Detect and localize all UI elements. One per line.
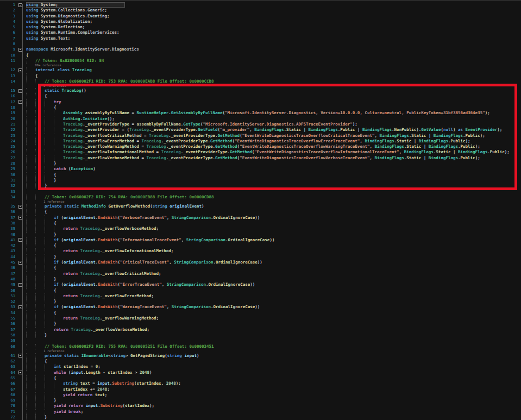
code-line[interactable]: 48} (0, 277, 521, 282)
code-text[interactable]: using System.Runtime.CompilerServices; (26, 30, 521, 35)
code-line[interactable]: 33 (0, 189, 521, 195)
code-text[interactable]: yield return input.Substring(startIndex)… (26, 403, 521, 409)
code-line[interactable]: 19Assembly assemblyByFullName = RuntimeH… (0, 110, 521, 116)
code-text[interactable]: { (26, 375, 521, 381)
line-number[interactable]: 33 (0, 189, 15, 195)
code-text[interactable]: return TraceLog._overflowVerboseMethod; (26, 226, 521, 231)
code-line[interactable]: 65{ (0, 375, 521, 381)
code-text[interactable]: } (26, 333, 521, 338)
code-line[interactable]: 13{ (0, 73, 521, 79)
code-text[interactable]: if (originalEvent.EndsWith("WarningTrace… (26, 304, 521, 310)
line-number[interactable]: 55 (0, 316, 15, 321)
code-text[interactable]: string text = input.Substring(startIndex… (26, 381, 521, 386)
line-number[interactable]: 9 (0, 47, 15, 52)
code-text[interactable]: if (originalEvent.EndsWith("ErrorTraceEv… (26, 282, 521, 287)
code-text[interactable]: if (originalEvent.EndsWith("VerboseTrace… (26, 215, 521, 221)
line-number[interactable]: 38 (0, 221, 15, 226)
line-number[interactable]: 59 (0, 338, 15, 343)
line-number[interactable]: 14 (0, 79, 15, 84)
code-text[interactable]: static TraceLog() (26, 88, 521, 93)
code-text[interactable]: private static MethodInfo GetOverflowMet… (26, 204, 521, 209)
code-text[interactable]: int startIndex = 0; (26, 364, 521, 369)
code-text[interactable]: return TraceLog._overflowInformationalMe… (26, 248, 521, 254)
code-text[interactable]: if (originalEvent.EndsWith("CriticalTrac… (26, 260, 521, 265)
line-number[interactable]: 32 (0, 183, 15, 189)
code-text[interactable]: { (26, 53, 521, 58)
code-line[interactable]: 28} (0, 161, 521, 166)
line-number[interactable]: 49 (0, 282, 15, 287)
line-number[interactable]: 72 (0, 415, 15, 420)
line-number[interactable]: 71 (0, 409, 15, 415)
code-line[interactable]: 12internal class TraceLog (0, 67, 521, 73)
code-text[interactable]: { (26, 310, 521, 316)
code-text[interactable]: TraceLog._overflowVerboseMethod = TraceL… (26, 155, 521, 161)
code-line[interactable]: 62{ (0, 359, 521, 364)
line-number[interactable]: 65 (0, 375, 15, 381)
code-text[interactable]: } (26, 232, 521, 237)
code-text[interactable]: using System; (26, 2, 125, 8)
code-line[interactable]: 60// Token: 0x060002F3 RID: 755 RVA: 0x0… (0, 344, 521, 349)
code-text[interactable]: } (26, 183, 521, 189)
code-text[interactable]: try (26, 99, 521, 105)
fold-marker-icon[interactable] (18, 238, 22, 242)
codelens-references[interactable]: 1 reference (0, 349, 521, 353)
code-text[interactable]: using System.Collections.Generic; (26, 8, 521, 13)
line-number[interactable]: 2 (0, 8, 15, 13)
code-line[interactable]: 54{ (0, 310, 521, 316)
code-line[interactable]: 21TraceLog._eventProviderType = assembly… (0, 122, 521, 127)
line-number[interactable]: 21 (0, 122, 15, 127)
code-line[interactable]: 55return TraceLog._overflowWarningMethod… (0, 316, 521, 321)
code-text[interactable]: { (26, 93, 521, 99)
line-number[interactable]: 23 (0, 133, 15, 139)
code-text[interactable]: { (26, 359, 521, 364)
codelens-references[interactable]: 99+ references (0, 64, 521, 67)
fold-marker-icon[interactable] (18, 261, 22, 265)
line-number[interactable]: 17 (0, 99, 15, 105)
code-text[interactable]: using System.Diagnostics.Eventing; (26, 14, 521, 19)
line-number[interactable]: 70 (0, 403, 15, 409)
code-text[interactable] (26, 189, 521, 195)
line-number[interactable]: 46 (0, 265, 15, 271)
code-editor[interactable]: 1using System;2using System.Collections.… (0, 1, 521, 420)
code-line[interactable]: 50{ (0, 288, 521, 293)
code-text[interactable]: AuthLog.Initialize(); (26, 116, 521, 122)
code-line[interactable]: 68yield return text; (0, 392, 521, 398)
line-number[interactable]: 29 (0, 166, 15, 172)
code-line[interactable]: 40} (0, 232, 521, 237)
code-line[interactable]: 31} (0, 178, 521, 183)
code-text[interactable]: using System.Globalization; (26, 19, 521, 24)
code-line[interactable]: 52} (0, 299, 521, 304)
code-text[interactable]: // Token: 0x060002F2 RID: 754 RVA: 0x000… (26, 195, 521, 200)
code-text[interactable]: using System.Reflection; (26, 24, 521, 30)
code-line[interactable]: 49if (originalEvent.EndsWith("ErrorTrace… (0, 282, 521, 287)
code-text[interactable]: { (26, 265, 521, 271)
fold-marker-icon[interactable] (18, 371, 22, 374)
line-number[interactable]: 68 (0, 392, 15, 398)
code-text[interactable]: return TraceLog._overflowCriticalMethod; (26, 271, 521, 277)
line-number[interactable]: 1 (0, 2, 15, 8)
code-text[interactable]: { (26, 172, 521, 178)
line-number[interactable]: 27 (0, 155, 15, 161)
line-number[interactable]: 34 (0, 195, 15, 200)
line-number[interactable]: 4 (0, 19, 15, 24)
code-line[interactable]: 22TraceLog._eventProvider = (TraceLog._e… (0, 127, 521, 133)
code-text[interactable]: } (26, 161, 521, 166)
line-number[interactable]: 51 (0, 293, 15, 299)
codelens-references[interactable]: 0 references (0, 84, 521, 88)
code-text[interactable]: using System.Text; (26, 36, 521, 41)
line-number[interactable]: 67 (0, 387, 15, 392)
line-number[interactable]: 12 (0, 67, 15, 73)
code-line[interactable]: 14// Token: 0x060002F1 RID: 753 RVA: 0x0… (0, 79, 521, 84)
codelens-references[interactable]: 1 reference (0, 200, 521, 204)
line-number[interactable]: 69 (0, 398, 15, 403)
code-line[interactable]: 58} (0, 333, 521, 338)
code-line[interactable]: 42{ (0, 243, 521, 248)
code-line[interactable]: 56} (0, 321, 521, 327)
line-number[interactable]: 7 (0, 36, 15, 41)
fold-marker-icon[interactable] (18, 283, 22, 287)
code-text[interactable]: TraceLog._overflowErrorMethod = TraceLog… (26, 139, 521, 144)
code-text[interactable]: return TraceLog._overflowErrorMethod; (26, 293, 521, 299)
line-number[interactable]: 56 (0, 321, 15, 327)
code-line[interactable]: 39return TraceLog._overflowVerboseMethod… (0, 226, 521, 231)
code-text[interactable]: TraceLog._overflowWarningMethod = TraceL… (26, 144, 521, 149)
